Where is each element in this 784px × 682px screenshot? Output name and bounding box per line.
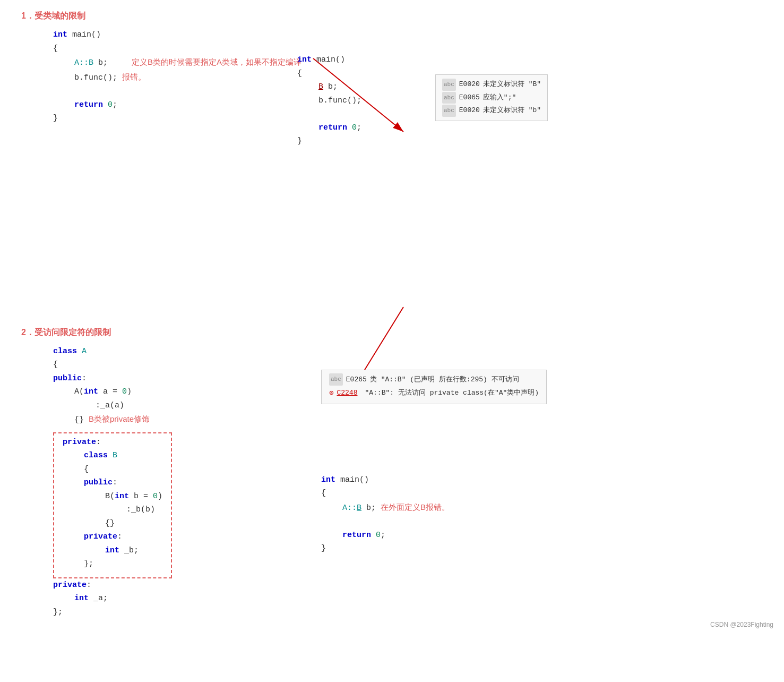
- error-row-2: abc E0065 应输入";": [442, 91, 541, 105]
- section1-code-left: int main() { A::B b; 定义B类的时候需要指定A类域，如果不指…: [53, 28, 763, 125]
- error2-icon-2: ⊗: [329, 386, 333, 400]
- private-class-box: private: class B { public: B(int b = 0) …: [53, 432, 172, 578]
- code-line: [53, 84, 763, 98]
- code-line: }: [53, 112, 763, 125]
- error2-msg-2: "A::B": 无法访问 private class(在"A"类中声明): [365, 387, 539, 400]
- section1: 1．受类域的限制 int main() { A::B b; 定义B类的时候需要指…: [21, 11, 763, 125]
- error-msg-2: 应输入";": [483, 91, 516, 105]
- error2-row-2: ⊗ C2248 "A::B": 无法访问 private class(在"A"类…: [329, 386, 539, 400]
- code-line: int main(): [53, 28, 763, 42]
- section1-error-popup: abc E0020 未定义标识符 "B" abc E0065 应输入";" ab…: [435, 74, 548, 121]
- error-code-1: E0020: [459, 78, 480, 91]
- code-line: b.func(); 报错。: [74, 70, 763, 85]
- error2-row-1: abc E0265 类 "A::B" (已声明 所在行数:295) 不可访问: [329, 373, 539, 387]
- error-code-3: E0020: [459, 104, 480, 117]
- error2-code-2: C2248: [337, 387, 357, 400]
- section2: 2．受访问限定符的限制 class A { public: A(int a = …: [21, 327, 763, 619]
- error-row-1: abc E0020 未定义标识符 "B": [442, 78, 541, 91]
- code-line: A::B b; 定义B类的时候需要指定A类域，如果不指定编译: [74, 55, 763, 70]
- section2-right-panel: abc E0265 类 "A::B" (已声明 所在行数:295) 不可访问 ⊗…: [321, 370, 547, 560]
- error-icon-abc-3: abc: [442, 105, 456, 117]
- error2-msg-1: 类 "A::B" (已声明 所在行数:295) 不可访问: [370, 373, 519, 387]
- code-line: {: [53, 42, 763, 56]
- error-icon-abc-2: abc: [442, 92, 456, 104]
- error-icon-abc: abc: [442, 79, 456, 91]
- section2-code-bottom: private: int _a; };: [53, 578, 763, 619]
- error-msg-1: 未定义标识符 "B": [483, 78, 541, 91]
- section2-code-right: int main() { A::B b; 在外面定义B报错。 return 0;…: [321, 473, 547, 556]
- section2-error-popup: abc E0265 类 "A::B" (已声明 所在行数:295) 不可访问 ⊗…: [321, 370, 547, 404]
- error2-icon-1: abc: [329, 373, 343, 386]
- error-row-3: abc E0020 未定义标识符 "b": [442, 104, 541, 117]
- error-msg-3: 未定义标识符 "b": [483, 104, 541, 117]
- section2-heading: 2．受访问限定符的限制: [21, 327, 763, 338]
- watermark: CSDN @2023Fighting: [710, 621, 773, 628]
- section1-right-panel: int main() { B b; b.func(); return 0; } …: [297, 53, 361, 152]
- section1-code-right: int main() { B b; b.func(); return 0; }: [297, 53, 361, 148]
- error-code-2: E0065: [459, 91, 480, 105]
- error2-code-1: E0265: [346, 373, 367, 387]
- code-line: return 0;: [74, 98, 763, 112]
- section1-heading: 1．受类域的限制: [21, 11, 763, 22]
